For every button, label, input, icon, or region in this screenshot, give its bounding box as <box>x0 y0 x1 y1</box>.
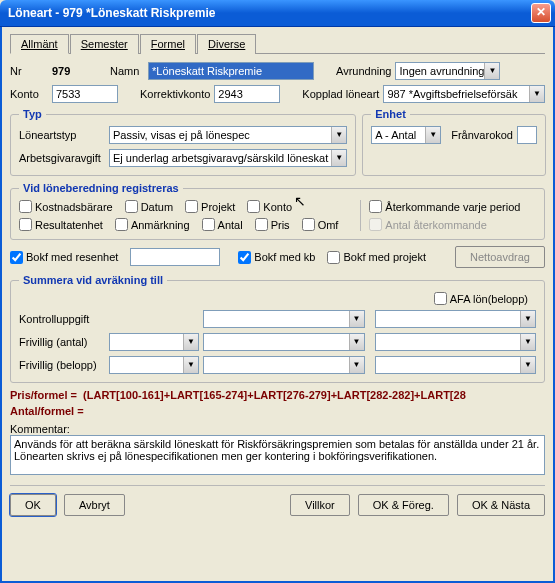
tab-allmant[interactable]: Allmänt <box>10 34 69 54</box>
franvarokod-input[interactable] <box>517 126 537 144</box>
typ-legend: Typ <box>19 108 46 120</box>
frivillig-antal-select-c[interactable]: ▼ <box>375 333 537 351</box>
ok-nasta-button[interactable]: OK & Nästa <box>457 494 545 516</box>
cb-bokf-kb[interactable]: Bokf med kb <box>238 251 315 264</box>
chevron-down-icon[interactable]: ▼ <box>349 357 364 373</box>
chevron-down-icon[interactable]: ▼ <box>349 311 364 327</box>
avbryt-button[interactable]: Avbryt <box>64 494 125 516</box>
cb-konto[interactable]: Konto <box>247 200 292 213</box>
chevron-down-icon[interactable]: ▼ <box>349 334 364 350</box>
konto-input[interactable] <box>52 85 118 103</box>
franvarokod-label: Frånvarokod <box>451 129 513 141</box>
kontrolluppgift-select-1[interactable]: ▼ <box>203 310 365 328</box>
enhet-select[interactable]: A - Antal ▼ <box>371 126 441 144</box>
pris-formel: Pris/formel = (LART[100-161]+LART[165-27… <box>10 389 545 401</box>
nr-label: Nr <box>10 65 48 77</box>
summera-group: Summera vid avräkning till AFA lön(belop… <box>10 274 545 383</box>
title-bar: Löneart - 979 *Löneskatt Riskpremie ✕ <box>0 0 555 27</box>
chevron-down-icon[interactable]: ▼ <box>520 311 535 327</box>
chevron-down-icon[interactable]: ▼ <box>183 357 198 373</box>
konto-label: Konto <box>10 88 48 100</box>
cb-bokf-resenhet[interactable]: Bokf med resenhet <box>10 251 118 264</box>
avrundning-select[interactable]: Ingen avrundning ▼ <box>395 62 500 80</box>
cb-afa-lon[interactable]: AFA lön(belopp) <box>434 292 528 305</box>
chevron-down-icon[interactable]: ▼ <box>529 86 544 102</box>
cb-antal-aterkommande: Antal återkommande <box>369 218 487 231</box>
loneartstyp-select[interactable]: Passiv, visas ej på lönespec ▼ <box>109 126 347 144</box>
korrektivkonto-label: Korrektivkonto <box>140 88 210 100</box>
chevron-down-icon[interactable]: ▼ <box>425 127 440 143</box>
chevron-down-icon[interactable]: ▼ <box>520 357 535 373</box>
vidreg-legend: Vid löneberedning registreras <box>19 182 183 194</box>
ok-button[interactable]: OK <box>10 494 56 516</box>
tab-semester[interactable]: Semester <box>70 34 139 54</box>
nr-value: 979 <box>52 65 86 77</box>
avrundning-label: Avrundning <box>336 65 391 77</box>
button-bar: OK Avbryt Villkor OK & Föreg. OK & Nästa <box>10 485 545 516</box>
close-button[interactable]: ✕ <box>531 3 551 23</box>
frivillig-antal-select-b[interactable]: ▼ <box>203 333 365 351</box>
cb-anmarkning[interactable]: Anmärkning <box>115 218 190 231</box>
typ-group: Typ Löneartstyp Passiv, visas ej på löne… <box>10 108 356 176</box>
antal-formel: Antal/formel = <box>10 405 545 417</box>
frivillig-antal-select-a[interactable]: ▼ <box>109 333 199 351</box>
kontrolluppgift-select-2[interactable]: ▼ <box>375 310 537 328</box>
bokf-resenhet-input[interactable] <box>130 248 220 266</box>
chevron-down-icon[interactable]: ▼ <box>331 150 346 166</box>
tab-strip: Allmänt Semester Formel Diverse <box>10 33 545 54</box>
vidreg-group: Vid löneberedning registreras Kostnadsbä… <box>10 182 545 240</box>
cb-bokf-projekt[interactable]: Bokf med projekt <box>327 251 426 264</box>
namn-input[interactable] <box>148 62 314 80</box>
korrektivkonto-input[interactable] <box>214 85 280 103</box>
villkor-button[interactable]: Villkor <box>290 494 350 516</box>
nettoavdrag-button: Nettoavdrag <box>455 246 545 268</box>
loneartstyp-label: Löneartstyp <box>19 129 105 141</box>
tab-formel[interactable]: Formel <box>140 34 196 54</box>
frivillig-belopp-label: Frivillig (belopp) <box>19 359 105 371</box>
chevron-down-icon[interactable]: ▼ <box>520 334 535 350</box>
kommentar-textarea[interactable] <box>10 435 545 475</box>
cb-datum[interactable]: Datum <box>125 200 173 213</box>
cb-projekt[interactable]: Projekt <box>185 200 235 213</box>
window-title: Löneart - 979 *Löneskatt Riskpremie <box>8 6 531 20</box>
cb-omf[interactable]: Omf <box>302 218 339 231</box>
chevron-down-icon[interactable]: ▼ <box>331 127 346 143</box>
frivillig-belopp-select-c[interactable]: ▼ <box>375 356 537 374</box>
cb-antal[interactable]: Antal <box>202 218 243 231</box>
frivillig-belopp-select-a[interactable]: ▼ <box>109 356 199 374</box>
frivillig-belopp-select-b[interactable]: ▼ <box>203 356 365 374</box>
cb-pris[interactable]: Pris <box>255 218 290 231</box>
frivillig-antal-label: Frivillig (antal) <box>19 336 105 348</box>
kontrolluppgift-label: Kontrolluppgift <box>19 313 105 325</box>
cb-aterkommande[interactable]: Återkommande varje period <box>369 200 520 213</box>
client-area: Allmänt Semester Formel Diverse Nr 979 N… <box>0 27 555 583</box>
summera-legend: Summera vid avräkning till <box>19 274 167 286</box>
namn-label: Namn <box>110 65 144 77</box>
arbetsgivaravgift-label: Arbetsgivaravgift <box>19 152 105 164</box>
ok-foreg-button[interactable]: OK & Föreg. <box>358 494 449 516</box>
chevron-down-icon[interactable]: ▼ <box>484 63 499 79</box>
arbetsgivaravgift-select[interactable]: Ej underlag arbetsgivaravg/särskild löne… <box>109 149 347 167</box>
kopplad-loneart-label: Kopplad löneart <box>302 88 379 100</box>
kopplad-loneart-select[interactable]: 987 *Avgiftsbefrielseförsäk ▼ <box>383 85 545 103</box>
tab-diverse[interactable]: Diverse <box>197 34 256 54</box>
enhet-legend: Enhet <box>371 108 410 120</box>
chevron-down-icon[interactable]: ▼ <box>183 334 198 350</box>
cb-resultatenhet[interactable]: Resultatenhet <box>19 218 103 231</box>
kommentar-label: Kommentar: <box>10 423 545 435</box>
cb-kostnadsbarare[interactable]: Kostnadsbärare <box>19 200 113 213</box>
enhet-group: Enhet A - Antal ▼ Frånvarokod <box>362 108 546 176</box>
